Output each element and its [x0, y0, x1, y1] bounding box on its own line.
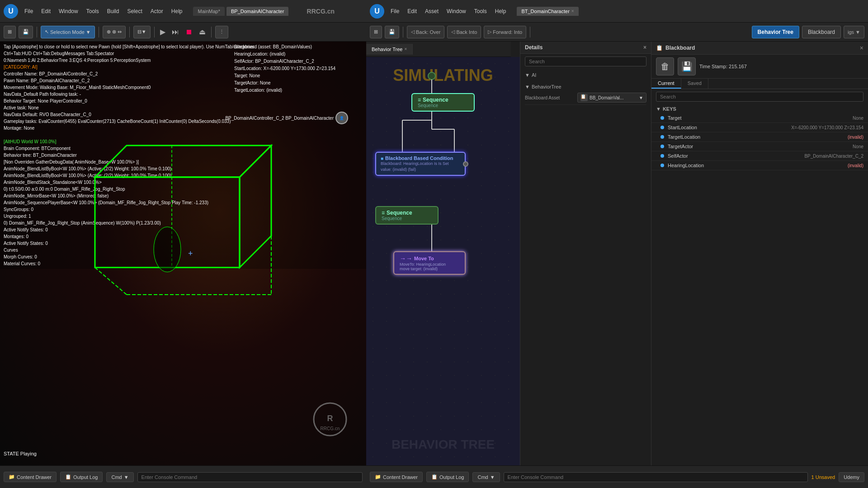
- menu-file[interactable]: File: [21, 6, 37, 16]
- details-bb-asset-value[interactable]: 📋 BB_DomainVal... ▼: [577, 93, 646, 103]
- stop-button[interactable]: ⏹: [184, 27, 194, 37]
- toolbar-sep-5: [211, 27, 212, 38]
- bb-keys-label: KEYS: [663, 106, 676, 112]
- bt-tab-close[interactable]: ×: [571, 9, 574, 14]
- menu-edit[interactable]: Edit: [38, 6, 54, 16]
- details-ai-label: AI: [532, 72, 536, 78]
- blackboard-panel: 📋 Blackboard × 🗑 💾 Time Stamp: 215.167 C…: [651, 42, 868, 465]
- moveto-title: →→ Move To: [400, 255, 459, 262]
- menu-help[interactable]: Help: [168, 6, 186, 16]
- bb-asset-dropdown[interactable]: ▼: [639, 95, 643, 100]
- tab-bt-domain[interactable]: BT_DomainCharacter ×: [517, 7, 578, 16]
- toolbar-sep-1: [37, 27, 37, 38]
- details-search-input[interactable]: [525, 56, 646, 66]
- menu-tools-right[interactable]: Tools: [471, 6, 491, 16]
- bbc-node-inner[interactable]: ■ Blackboard Based Condition Blackboard:…: [375, 152, 466, 176]
- back-into-label: Back Into: [456, 29, 477, 35]
- toolbar-save-btn[interactable]: 💾: [19, 26, 33, 38]
- viewport[interactable]: Tap [Apostrophe] to close or hold to sel…: [0, 42, 366, 465]
- cmd-btn-right[interactable]: Cmd ▼: [472, 472, 500, 482]
- viewport-options-btn[interactable]: ⊟▼: [133, 26, 151, 38]
- sequence-node-1-inner[interactable]: ≡ Sequence Sequence: [411, 93, 475, 112]
- content-drawer-label-right: Content Drawer: [383, 474, 418, 480]
- toolbar-sep-right-2: [530, 27, 530, 38]
- skip-button[interactable]: ⏭: [170, 27, 181, 37]
- bb-key-value-3: None: [853, 144, 863, 149]
- cmd-label-left: Cmd: [111, 474, 122, 480]
- sequence-node-2-inner[interactable]: ≡ Sequence Sequence: [375, 206, 439, 225]
- transform-btn[interactable]: ⊕ ⊗ ⇔: [103, 26, 126, 38]
- moveto-detail-1: MoveTo: HearingLocation: [400, 262, 459, 267]
- bb-key-name-5: HearingLocation: [668, 163, 848, 168]
- bb-tab-current[interactable]: Current: [651, 79, 681, 89]
- bb-key-dot-4: [660, 154, 664, 158]
- more-options-btn[interactable]: ⋮: [215, 26, 228, 38]
- menu-tools[interactable]: Tools: [83, 6, 103, 16]
- moveto-node-inner[interactable]: →→ Move To MoveTo: HearingLocation move …: [393, 251, 466, 275]
- node-sequence-1[interactable]: ≡ Sequence Sequence: [411, 93, 475, 112]
- eject-button[interactable]: ⏏: [197, 27, 208, 37]
- toolbar-icon-btn-right[interactable]: ⊞: [370, 26, 382, 38]
- tab-bp-domain[interactable]: BP_DomainAICharacter: [226, 7, 288, 16]
- play-button[interactable]: ▶: [158, 27, 167, 37]
- bb-panel-close[interactable]: ×: [860, 44, 863, 52]
- bt-tab-close-panel[interactable]: ×: [404, 47, 407, 52]
- console-input-left[interactable]: [137, 472, 363, 482]
- details-ai-header[interactable]: ▼ AI: [525, 71, 646, 79]
- bb-keys-header[interactable]: ▼ KEYS: [651, 104, 868, 113]
- bb-key-list: Target None StartLocation X=-6200.000 Y=…: [651, 113, 868, 170]
- bb-search-input[interactable]: [656, 92, 863, 102]
- ue-logo-left: U: [4, 4, 18, 19]
- forward-into-btn[interactable]: ▷ Forward: Into: [484, 26, 526, 38]
- toolbar-extra-btn[interactable]: igs ▼: [844, 26, 864, 38]
- menu-build[interactable]: Build: [104, 6, 123, 16]
- content-drawer-btn-right[interactable]: 📁 Content Drawer: [370, 472, 423, 482]
- toolbar-sep-2: [99, 27, 99, 38]
- bb-key-value-1: X=-6200.000 Y=1730.000 Z=23.154: [791, 125, 863, 130]
- console-input-right[interactable]: [504, 472, 808, 482]
- back-into-btn[interactable]: ◁ Back Into: [447, 26, 481, 38]
- blackboard-debug-overlay: Blackboard (asset: BB_DomainValues) Hear…: [231, 42, 366, 96]
- bb-timestamp: Time Stamp: 215.167: [699, 64, 747, 69]
- cmd-btn-left[interactable]: Cmd ▼: [106, 472, 133, 482]
- output-log-btn-left[interactable]: 📋 Output Log: [60, 472, 103, 482]
- udemy-btn[interactable]: Udemy: [839, 472, 864, 482]
- back-over-btn[interactable]: ◁ Back: Over: [407, 26, 444, 38]
- sequence-1-title: ≡ Sequence: [418, 97, 468, 103]
- output-log-icon-right: 📋: [431, 474, 438, 480]
- menu-select[interactable]: Select: [123, 6, 146, 16]
- blackboard-btn[interactable]: Blackboard: [802, 26, 841, 38]
- toolbar-save-btn-right[interactable]: 💾: [385, 26, 399, 38]
- node-moveto[interactable]: →→ Move To MoveTo: HearingLocation move …: [393, 251, 466, 275]
- bb-panel-header: 📋 Blackboard ×: [651, 42, 868, 55]
- bt-canvas[interactable]: SIMULATING ≡ Seq: [366, 57, 520, 465]
- bt-tab-label-panel: Behavior Tree: [372, 47, 402, 52]
- selection-mode-btn[interactable]: ↖ Selection Mode ▼: [41, 26, 95, 38]
- bb-key-name-3: TargetActor: [668, 144, 853, 149]
- bb-panel-title: 📋 Blackboard: [656, 45, 695, 51]
- menu-window[interactable]: Window: [55, 6, 82, 16]
- behavior-tree-btn[interactable]: Behavior Tree: [752, 26, 799, 38]
- menu-edit-right[interactable]: Edit: [404, 6, 420, 16]
- output-log-btn-right[interactable]: 📋 Output Log: [426, 472, 469, 482]
- bb-key-value-4: BP_DomainAICharacter_C_2: [804, 154, 863, 159]
- ai-label-text: BP_DomainAIController_C_2 BP_DomainAICha…: [225, 116, 334, 121]
- node-bbc[interactable]: ■ Blackboard Based Condition Blackboard:…: [375, 152, 466, 176]
- details-close-icon[interactable]: ×: [643, 44, 646, 51]
- node-sequence-2[interactable]: ≡ Sequence Sequence: [375, 206, 439, 225]
- cmd-label-right: Cmd: [477, 474, 488, 480]
- menu-file-right[interactable]: File: [387, 6, 403, 16]
- menu-actor[interactable]: Actor: [147, 6, 167, 16]
- menu-help-right[interactable]: Help: [491, 6, 510, 16]
- bottom-bar-left: 📁 Content Drawer 📋 Output Log Cmd ▼: [0, 465, 366, 488]
- left-watermark: RRCG.cn: [307, 8, 335, 15]
- menu-asset-right[interactable]: Asset: [421, 6, 442, 16]
- behavior-tree-tab[interactable]: Behavior Tree ×: [366, 44, 413, 55]
- top-bar-left: U File Edit Window Tools Build Select Ac…: [0, 0, 366, 23]
- details-bt-header[interactable]: ▼ BehaviorTree: [525, 83, 646, 91]
- content-drawer-btn-left[interactable]: 📁 Content Drawer: [4, 472, 57, 482]
- menu-window-right[interactable]: Window: [443, 6, 470, 16]
- content-drawer-label-left: Content Drawer: [17, 474, 52, 480]
- tab-main-map[interactable]: MainMap*: [193, 7, 225, 16]
- bb-tab-saved[interactable]: Saved: [681, 79, 708, 89]
